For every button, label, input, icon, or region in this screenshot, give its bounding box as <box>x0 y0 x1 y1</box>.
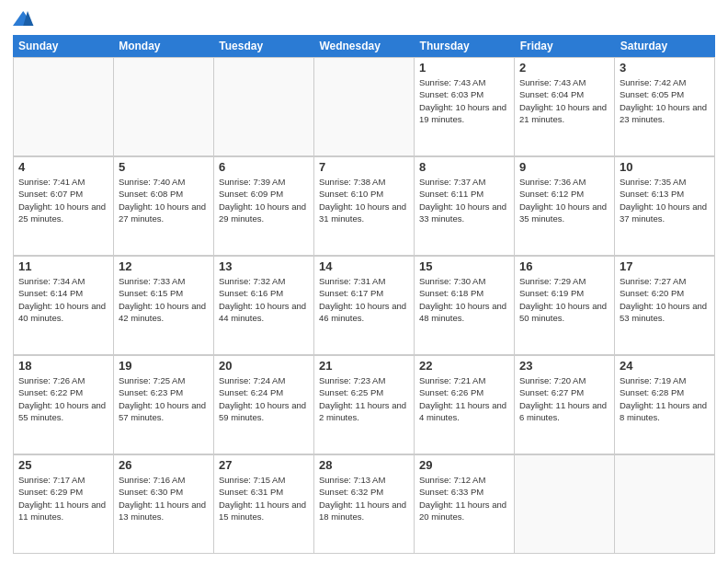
day-info: Sunrise: 7:20 AM Sunset: 6:27 PM Dayligh… <box>519 374 609 423</box>
day-number: 1 <box>419 61 509 75</box>
day-info: Sunrise: 7:30 AM Sunset: 6:18 PM Dayligh… <box>419 275 509 324</box>
calendar-cell: 3Sunrise: 7:42 AM Sunset: 6:05 PM Daylig… <box>615 58 715 156</box>
day-number: 9 <box>519 160 609 174</box>
calendar-cell: 7Sunrise: 7:38 AM Sunset: 6:10 PM Daylig… <box>314 157 415 256</box>
day-info: Sunrise: 7:39 AM Sunset: 6:09 PM Dayligh… <box>219 176 309 224</box>
calendar-cell: 23Sunrise: 7:20 AM Sunset: 6:27 PM Dayli… <box>515 356 615 454</box>
calendar-cell: 20Sunrise: 7:24 AM Sunset: 6:24 PM Dayli… <box>214 356 314 454</box>
calendar-cell: 15Sunrise: 7:30 AM Sunset: 6:18 PM Dayli… <box>415 257 515 355</box>
day-info: Sunrise: 7:32 AM Sunset: 6:16 PM Dayligh… <box>219 275 309 324</box>
calendar-row: 25Sunrise: 7:17 AM Sunset: 6:29 PM Dayli… <box>13 454 715 554</box>
day-number: 26 <box>119 458 209 472</box>
calendar-row: 4Sunrise: 7:41 AM Sunset: 6:07 PM Daylig… <box>13 156 715 256</box>
logo-icon <box>13 9 35 28</box>
calendar-cell: 14Sunrise: 7:31 AM Sunset: 6:17 PM Dayli… <box>314 257 415 355</box>
day-info: Sunrise: 7:19 AM Sunset: 6:28 PM Dayligh… <box>620 374 710 423</box>
calendar-cell: 25Sunrise: 7:17 AM Sunset: 6:29 PM Dayli… <box>14 455 114 554</box>
day-number: 17 <box>620 259 710 273</box>
day-number: 7 <box>319 160 409 174</box>
calendar-cell: 16Sunrise: 7:29 AM Sunset: 6:19 PM Dayli… <box>515 257 615 355</box>
calendar-header: SundayMondayTuesdayWednesdayThursdayFrid… <box>13 35 715 57</box>
day-number: 12 <box>119 259 209 273</box>
calendar-cell: 11Sunrise: 7:34 AM Sunset: 6:14 PM Dayli… <box>14 257 114 355</box>
day-number: 2 <box>519 61 609 75</box>
calendar-row: 18Sunrise: 7:26 AM Sunset: 6:22 PM Dayli… <box>13 355 715 454</box>
calendar-cell <box>214 58 314 156</box>
day-number: 24 <box>620 359 710 373</box>
day-of-week-header: Tuesday <box>213 35 313 57</box>
day-info: Sunrise: 7:35 AM Sunset: 6:13 PM Dayligh… <box>620 176 710 224</box>
calendar-cell: 12Sunrise: 7:33 AM Sunset: 6:15 PM Dayli… <box>114 257 214 355</box>
day-info: Sunrise: 7:23 AM Sunset: 6:25 PM Dayligh… <box>319 374 409 423</box>
day-number: 23 <box>519 359 609 373</box>
day-info: Sunrise: 7:41 AM Sunset: 6:07 PM Dayligh… <box>18 176 108 224</box>
day-info: Sunrise: 7:36 AM Sunset: 6:12 PM Dayligh… <box>519 176 609 224</box>
calendar-cell: 8Sunrise: 7:37 AM Sunset: 6:11 PM Daylig… <box>415 157 515 256</box>
calendar-cell <box>114 58 214 156</box>
day-number: 14 <box>319 259 409 273</box>
calendar-cell <box>14 58 114 156</box>
day-number: 6 <box>219 160 309 174</box>
day-info: Sunrise: 7:15 AM Sunset: 6:31 PM Dayligh… <box>219 474 309 523</box>
calendar-cell: 19Sunrise: 7:25 AM Sunset: 6:23 PM Dayli… <box>114 356 214 454</box>
day-info: Sunrise: 7:40 AM Sunset: 6:08 PM Dayligh… <box>119 176 209 224</box>
calendar-cell: 18Sunrise: 7:26 AM Sunset: 6:22 PM Dayli… <box>14 356 114 454</box>
calendar-cell: 5Sunrise: 7:40 AM Sunset: 6:08 PM Daylig… <box>114 157 214 256</box>
logo <box>13 9 39 28</box>
calendar-cell: 13Sunrise: 7:32 AM Sunset: 6:16 PM Dayli… <box>214 257 314 355</box>
day-info: Sunrise: 7:43 AM Sunset: 6:03 PM Dayligh… <box>419 76 509 125</box>
day-info: Sunrise: 7:34 AM Sunset: 6:14 PM Dayligh… <box>18 275 108 324</box>
day-info: Sunrise: 7:43 AM Sunset: 6:04 PM Dayligh… <box>519 76 609 125</box>
day-info: Sunrise: 7:42 AM Sunset: 6:05 PM Dayligh… <box>620 76 710 125</box>
day-number: 25 <box>18 458 108 472</box>
calendar-cell <box>314 58 415 156</box>
day-info: Sunrise: 7:37 AM Sunset: 6:11 PM Dayligh… <box>419 176 509 224</box>
day-info: Sunrise: 7:38 AM Sunset: 6:10 PM Dayligh… <box>319 176 409 224</box>
day-number: 15 <box>419 259 509 273</box>
day-info: Sunrise: 7:29 AM Sunset: 6:19 PM Dayligh… <box>519 275 609 324</box>
day-number: 28 <box>319 458 409 472</box>
day-number: 4 <box>18 160 108 174</box>
calendar-cell <box>515 455 615 554</box>
day-info: Sunrise: 7:31 AM Sunset: 6:17 PM Dayligh… <box>319 275 409 324</box>
calendar-cell: 26Sunrise: 7:16 AM Sunset: 6:30 PM Dayli… <box>114 455 214 554</box>
day-number: 11 <box>18 259 108 273</box>
day-of-week-header: Wednesday <box>313 35 414 57</box>
day-info: Sunrise: 7:24 AM Sunset: 6:24 PM Dayligh… <box>219 374 309 423</box>
day-info: Sunrise: 7:17 AM Sunset: 6:29 PM Dayligh… <box>18 474 108 523</box>
day-of-week-header: Friday <box>515 35 615 57</box>
day-info: Sunrise: 7:26 AM Sunset: 6:22 PM Dayligh… <box>18 374 108 423</box>
calendar-cell: 28Sunrise: 7:13 AM Sunset: 6:32 PM Dayli… <box>314 455 415 554</box>
day-number: 16 <box>519 259 609 273</box>
day-number: 29 <box>419 458 509 472</box>
calendar-cell: 21Sunrise: 7:23 AM Sunset: 6:25 PM Dayli… <box>314 356 415 454</box>
calendar-cell: 24Sunrise: 7:19 AM Sunset: 6:28 PM Dayli… <box>615 356 715 454</box>
day-info: Sunrise: 7:12 AM Sunset: 6:33 PM Dayligh… <box>419 474 509 523</box>
calendar: SundayMondayTuesdayWednesdayThursdayFrid… <box>13 35 715 554</box>
header <box>13 9 715 28</box>
day-of-week-header: Thursday <box>415 35 515 57</box>
day-info: Sunrise: 7:25 AM Sunset: 6:23 PM Dayligh… <box>119 374 209 423</box>
day-number: 20 <box>219 359 309 373</box>
day-number: 5 <box>119 160 209 174</box>
page: SundayMondayTuesdayWednesdayThursdayFrid… <box>0 0 728 563</box>
calendar-cell: 1Sunrise: 7:43 AM Sunset: 6:03 PM Daylig… <box>415 58 515 156</box>
calendar-cell: 27Sunrise: 7:15 AM Sunset: 6:31 PM Dayli… <box>214 455 314 554</box>
day-number: 19 <box>119 359 209 373</box>
day-number: 18 <box>18 359 108 373</box>
day-info: Sunrise: 7:21 AM Sunset: 6:26 PM Dayligh… <box>419 374 509 423</box>
calendar-cell: 22Sunrise: 7:21 AM Sunset: 6:26 PM Dayli… <box>415 356 515 454</box>
day-number: 27 <box>219 458 309 472</box>
calendar-cell: 10Sunrise: 7:35 AM Sunset: 6:13 PM Dayli… <box>615 157 715 256</box>
day-number: 3 <box>620 61 710 75</box>
calendar-cell: 2Sunrise: 7:43 AM Sunset: 6:04 PM Daylig… <box>515 58 615 156</box>
day-of-week-header: Monday <box>113 35 213 57</box>
calendar-cell: 4Sunrise: 7:41 AM Sunset: 6:07 PM Daylig… <box>14 157 114 256</box>
calendar-cell: 17Sunrise: 7:27 AM Sunset: 6:20 PM Dayli… <box>615 257 715 355</box>
day-number: 8 <box>419 160 509 174</box>
calendar-row: 1Sunrise: 7:43 AM Sunset: 6:03 PM Daylig… <box>13 57 715 156</box>
calendar-cell: 6Sunrise: 7:39 AM Sunset: 6:09 PM Daylig… <box>214 157 314 256</box>
day-number: 10 <box>620 160 710 174</box>
day-of-week-header: Saturday <box>615 35 715 57</box>
calendar-cell <box>615 455 715 554</box>
